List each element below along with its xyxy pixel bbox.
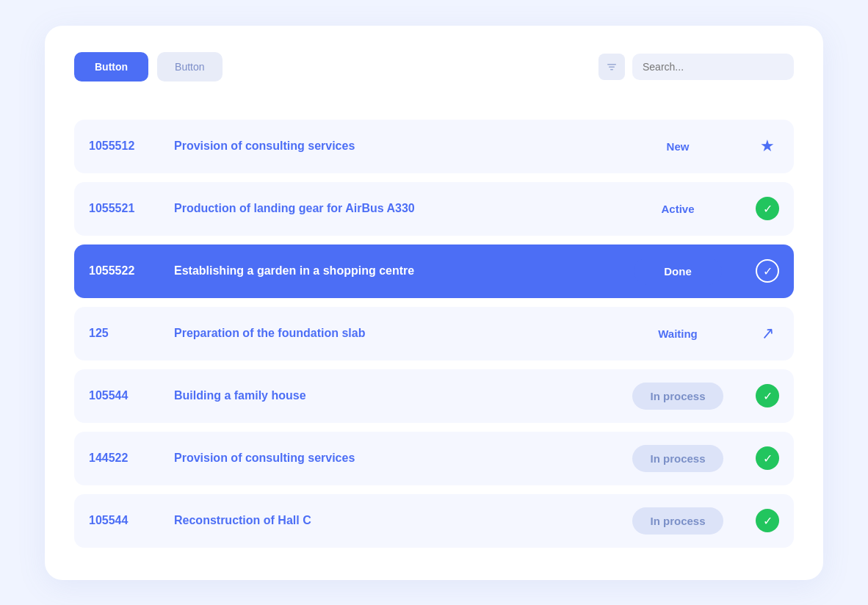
- check-green-icon: ✓: [756, 197, 779, 220]
- check-green-icon: ✓: [756, 446, 779, 470]
- row-icon-cell: ✓: [744, 494, 794, 548]
- status-badge: In process: [632, 445, 723, 472]
- row-icon-cell: ★: [744, 120, 794, 173]
- check-white-icon: ✓: [756, 259, 779, 283]
- row-status-cell: In process: [612, 432, 744, 485]
- data-table: 1055512Provision of consulting servicesN…: [74, 117, 794, 551]
- row-status-cell: In process: [612, 369, 744, 423]
- status-badge: In process: [632, 507, 723, 535]
- check-green-icon: ✓: [756, 384, 779, 407]
- row-spacer: [74, 176, 794, 179]
- filter-icon[interactable]: [598, 54, 625, 80]
- main-card: Button Button 1055512Provision of consul…: [45, 26, 823, 580]
- primary-button[interactable]: Button: [74, 52, 148, 81]
- row-id: 125: [74, 307, 162, 361]
- row-name: Provision of consulting services: [162, 432, 612, 485]
- table-row[interactable]: 1055522Establishing a garden in a shoppi…: [74, 244, 794, 298]
- row-status-cell: Waiting: [612, 307, 744, 361]
- row-spacer: [74, 239, 794, 242]
- row-spacer: [74, 301, 794, 304]
- trend-icon: ↗: [760, 323, 775, 343]
- row-name: Preparation of the foundation slab: [162, 307, 612, 361]
- row-name: Reconstruction of Hall C: [162, 494, 612, 548]
- row-name: Building a family house: [162, 369, 612, 423]
- row-icon-cell: ✓: [744, 369, 794, 423]
- status-badge: Waiting: [634, 320, 722, 347]
- svg-rect-2: [610, 69, 613, 70]
- toolbar: Button Button: [74, 52, 794, 81]
- table-row[interactable]: 1055512Provision of consulting servicesN…: [74, 120, 794, 173]
- row-id: 1055512: [74, 120, 162, 173]
- svg-rect-1: [609, 66, 615, 68]
- row-status-cell: Active: [612, 182, 744, 236]
- row-id: 1055521: [74, 182, 162, 236]
- table-row[interactable]: 125Preparation of the foundation slabWai…: [74, 307, 794, 361]
- row-status-cell: New: [612, 120, 744, 173]
- row-name: Production of landing gear for AirBus A3…: [162, 182, 612, 236]
- row-id: 105544: [74, 494, 162, 548]
- row-name: Establishing a garden in a shopping cent…: [162, 244, 612, 298]
- table-row[interactable]: 105544Building a family houseIn process✓: [74, 369, 794, 423]
- status-badge: In process: [632, 383, 723, 410]
- row-icon-cell: ✓: [744, 432, 794, 485]
- search-input[interactable]: [632, 54, 794, 80]
- svg-rect-0: [607, 64, 616, 65]
- table-row[interactable]: 144522Provision of consulting servicesIn…: [74, 432, 794, 485]
- secondary-button[interactable]: Button: [157, 52, 222, 81]
- status-badge: New: [634, 133, 722, 160]
- row-icon-cell: ↗: [744, 307, 794, 361]
- row-id: 1055522: [74, 244, 162, 298]
- row-id: 144522: [74, 432, 162, 485]
- row-status-cell: Done: [612, 244, 744, 298]
- row-spacer: [74, 426, 794, 429]
- row-name: Provision of consulting services: [162, 120, 612, 173]
- row-status-cell: In process: [612, 494, 744, 548]
- table-row[interactable]: 1055521Production of landing gear for Ai…: [74, 182, 794, 236]
- table-row[interactable]: 105544Reconstruction of Hall CIn process…: [74, 494, 794, 548]
- status-badge: Active: [634, 195, 722, 222]
- star-icon: ★: [760, 137, 775, 155]
- row-icon-cell: ✓: [744, 244, 794, 298]
- row-icon-cell: ✓: [744, 182, 794, 236]
- row-spacer: [74, 488, 794, 491]
- toolbar-right: [598, 54, 794, 80]
- filter-svg: [606, 61, 618, 73]
- row-spacer: [74, 363, 794, 366]
- check-green-icon: ✓: [756, 509, 779, 532]
- toolbar-left: Button Button: [74, 52, 223, 81]
- row-id: 105544: [74, 369, 162, 423]
- status-badge: Done: [634, 258, 722, 285]
